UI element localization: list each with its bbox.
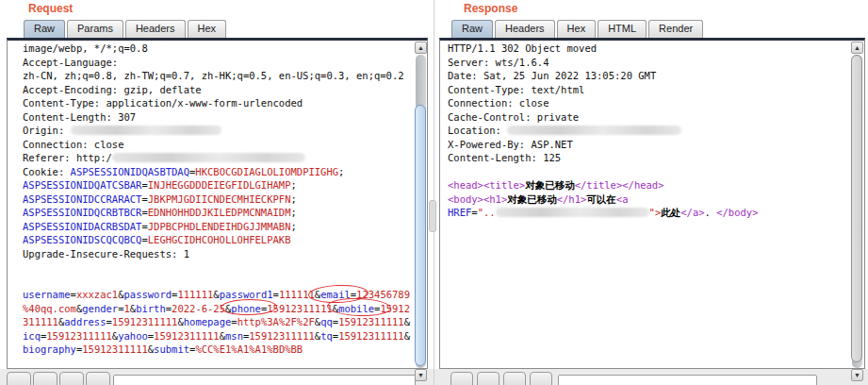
scroll-up-icon[interactable]: ▲ (415, 42, 427, 54)
code-line: Content-Type: application/x-www-form-url… (23, 96, 410, 110)
code-line: ASPSESSIONIDSCQCQBCQ=LEGHGCIDHCOHOLLOHFE… (23, 233, 410, 247)
code-line: X-Powered-By: ASP.NET (448, 138, 758, 152)
response-tab-bar: RawHeadersHexHTMLRender (451, 20, 703, 38)
code-line: Connection: close (448, 96, 758, 110)
code-line: icq=15912311111&yahoo=15912311111&msn=15… (23, 329, 410, 343)
response-panel-title: Response (464, 2, 517, 15)
burp-message-viewer: Request RawParamsHeadersHex image/webp, … (0, 0, 868, 385)
search-option-button-3[interactable] (503, 372, 526, 385)
code-line: Origin: (23, 124, 410, 138)
code-line: HREF="..">此处</a>. </body> (448, 206, 758, 220)
code-line: Connection: close (23, 138, 410, 152)
code-line: Upgrade-Insecure-Requests: 1 (23, 247, 410, 261)
tab-raw[interactable]: Raw (24, 20, 65, 38)
search-option-button-3[interactable] (59, 372, 84, 385)
scroll-down-icon[interactable]: ▼ (851, 369, 863, 381)
request-panel: Request RawParamsHeadersHex image/webp, … (0, 0, 434, 385)
search-option-button-2[interactable] (477, 372, 500, 385)
code-line: ASPSESSIONIDACRBSDAT=JDPBCPHDLENDEIHDGJJ… (23, 220, 410, 234)
tab-render[interactable]: Render (648, 20, 703, 38)
scrollbar-thumb[interactable] (851, 55, 862, 362)
redacted-blur (71, 126, 221, 135)
code-line: Server: wts/1.6.4 (448, 56, 758, 70)
code-line: Content-Length: 125 (448, 151, 758, 165)
code-line (448, 165, 758, 179)
code-line: ASPSESSIONIDCCRARACT=JBKPMJGDIICNDECMHIE… (23, 192, 410, 207)
tab-hex[interactable]: Hex (557, 20, 597, 38)
search-input[interactable] (113, 375, 416, 385)
tab-raw[interactable]: Raw (451, 20, 493, 38)
redacted-blur (496, 208, 649, 217)
code-line: Accept-Encoding: gzip, deflate (23, 83, 410, 97)
code-line: Accept-Language: (23, 56, 410, 70)
request-scrollbar[interactable]: ▲ ▼ (415, 42, 427, 382)
code-line: <head><title>对象已移动</title></head> (448, 178, 758, 192)
code-line: ASPSESSIONIDQATCSBAR=INJHEGGDDDEIEGFIDLG… (23, 178, 410, 192)
code-line: Cache-Control: private (448, 110, 758, 125)
request-tab-bar: RawParamsHeadersHex (24, 20, 226, 38)
scrollbar-thumb[interactable] (415, 105, 426, 366)
code-line: image/webp, */*;q=0.8 (23, 42, 410, 56)
code-line: zh-CN, zh;q=0.8, zh-TW;q=0.7, zh-HK;q=0.… (23, 69, 410, 83)
tab-headers[interactable]: Headers (125, 20, 186, 38)
code-line: Date: Sat, 25 Jun 2022 13:05:20 GMT (448, 69, 758, 83)
search-option-button-1[interactable] (7, 372, 31, 385)
code-line: Cookie: ASPSESSIONIDQASBTDAQ=HKCBOCGDIAG… (23, 165, 410, 179)
code-line: Content-Length: 307 (23, 110, 410, 125)
code-line: HTTP/1.1 302 Object moved (448, 42, 758, 56)
search-option-button-4[interactable] (530, 372, 552, 385)
search-option-button-2[interactable] (33, 372, 57, 385)
search-option-button-4[interactable] (86, 372, 110, 385)
redacted-blur (112, 153, 305, 162)
code-line: Content-Type: text/html (448, 83, 758, 97)
code-line (23, 260, 410, 275)
search-input[interactable] (558, 375, 817, 385)
code-line: Referer: http:/ (23, 151, 410, 165)
code-line: ASPSESSIONIDQCRBTBCR=EDNHOHHDDJKILEDPMCN… (23, 206, 410, 220)
tab-html[interactable]: HTML (598, 20, 647, 38)
code-line: <body><h1>对象已移动</h1>可以在<a (448, 192, 758, 207)
response-raw-text: HTTP/1.1 302 Object movedServer: wts/1.6… (448, 42, 758, 220)
response-scrollbar[interactable]: ▲ ▼ (851, 42, 863, 382)
tab-hex[interactable]: Hex (188, 20, 227, 38)
search-option-button-1[interactable] (450, 372, 473, 385)
scroll-down-icon[interactable]: ▼ (415, 369, 427, 381)
response-panel: Response RawHeadersHexHTMLRender HTTP/1.… (434, 0, 868, 385)
response-raw-editor[interactable]: HTTP/1.1 302 Object movedServer: wts/1.6… (439, 38, 865, 369)
tab-params[interactable]: Params (67, 20, 123, 38)
tab-headers[interactable]: Headers (495, 20, 555, 38)
scroll-up-icon[interactable]: ▲ (851, 42, 863, 54)
request-panel-title: Request (28, 2, 73, 15)
redacted-blur (507, 126, 681, 135)
code-line: Location: (448, 124, 758, 138)
request-raw-editor[interactable]: image/webp, */*;q=0.8Accept-Language:zh-… (7, 38, 428, 369)
code-line: 311111&address=15912311111&homepage=http… (23, 315, 410, 329)
code-line: biography=15912311111&submit=%CC%E1%A1%A… (23, 343, 410, 357)
